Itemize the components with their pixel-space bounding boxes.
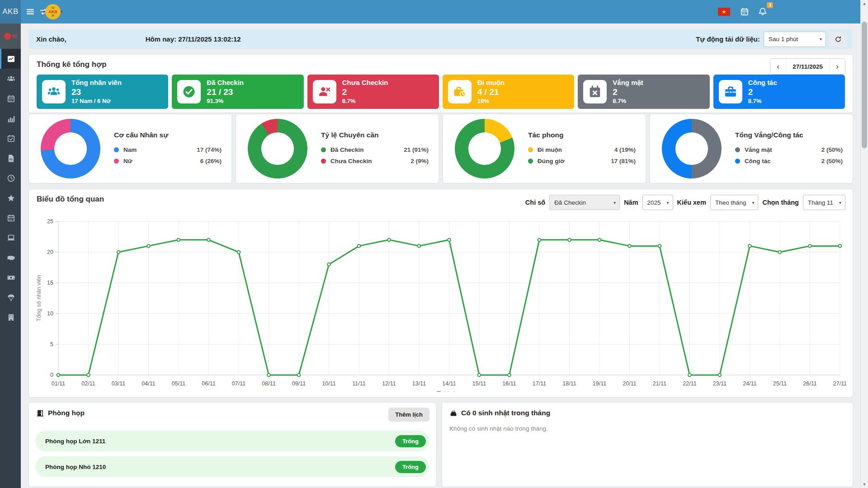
chevron-down-icon: ▾ xyxy=(839,200,841,205)
sidebar-logo-dot xyxy=(4,33,11,40)
legend-dot xyxy=(321,159,326,164)
svg-text:0: 0 xyxy=(50,372,53,378)
svg-text:25: 25 xyxy=(47,218,53,225)
topbar: AKB ◄ O AKB R ► ★ 3 xyxy=(0,0,868,23)
greeting-hello: Xin chào, xyxy=(36,35,66,43)
metric-select[interactable]: Đã Checkin ▾ xyxy=(549,195,620,210)
autoload-select[interactable]: Sau 1 phút ▾ xyxy=(764,32,826,47)
calendar-sb-icon xyxy=(7,94,15,103)
sidebar-item-dashboard[interactable] xyxy=(0,49,21,69)
sidebar-item-documents[interactable] xyxy=(0,148,21,168)
refresh-button[interactable] xyxy=(830,32,847,47)
sidebar-item-approvals[interactable] xyxy=(0,128,21,148)
vertical-scrollbar[interactable]: ▲ ▼ xyxy=(860,0,868,488)
donut-panel-attendance-rate: Tỷ lệ Chuyên cầnĐã Checkin21 (91%)Chưa C… xyxy=(236,114,439,183)
svg-text:16/11: 16/11 xyxy=(502,380,516,387)
sidebar-item-devices[interactable] xyxy=(0,228,21,248)
briefcase-clock-icon xyxy=(453,85,467,99)
scroll-up-arrow[interactable]: ▲ xyxy=(861,0,868,7)
laptop-icon xyxy=(7,234,15,242)
sidebar-item-events[interactable] xyxy=(0,208,21,228)
donut-panel-gender-structure: Cơ cấu Nhân sựNam17 (74%)Nữ6 (26%) xyxy=(28,114,232,183)
sidebar-item-work-calendar[interactable] xyxy=(0,89,21,108)
stat-card-icon-box xyxy=(42,80,66,103)
autoload-label: Tự động tải dữ liệu: xyxy=(696,35,760,43)
sidebar-item-rewards[interactable] xyxy=(0,188,21,208)
stat-card-checked-in: Đã Checkin21 / 2391.3% xyxy=(172,75,303,109)
sidebar-item-benefits[interactable] xyxy=(0,287,21,307)
view-label: Kiểu xem xyxy=(677,199,706,206)
calendar-icon[interactable] xyxy=(738,5,751,19)
vietnam-flag-icon[interactable]: ★ xyxy=(718,8,730,16)
greeting-bar: Xin chào, Hôm nay: 27/11/2025 13:02:12 T… xyxy=(28,29,852,49)
svg-text:27/11: 27/11 xyxy=(833,380,846,387)
stat-card-label: Vắng mặt xyxy=(613,79,643,87)
month-select[interactable]: Tháng 11 ▾ xyxy=(803,195,845,210)
legend-value: 21 (91%) xyxy=(404,146,429,153)
chevron-down-icon: ▾ xyxy=(752,200,754,205)
legend-label: Vắng mặt xyxy=(745,146,772,153)
line-chart: 051015202501/1102/1103/1104/1105/1106/11… xyxy=(35,215,846,392)
stats-panel: Thống kê tổng hợp ‹ 27/11/2025 › Tổng nh… xyxy=(28,54,853,113)
greeting-today: Hôm nay: 27/11/2025 13:02:12 xyxy=(146,35,241,43)
sidebar-item-company[interactable] xyxy=(0,307,21,327)
birthday-cake-icon xyxy=(449,409,458,417)
legend-row: Chưa Checkin2 (9%) xyxy=(321,155,429,167)
bell-icon[interactable]: 3 xyxy=(756,5,769,19)
legend-dot xyxy=(114,147,119,152)
donut-panel-absence-business: Tổng Vắng/Công tácVắng mặt2 (50%)Công tá… xyxy=(650,114,853,183)
scroll-down-arrow[interactable]: ▼ xyxy=(861,481,868,488)
sidebar-item-partners[interactable] xyxy=(0,248,21,267)
stat-card-text: Tổng nhân viên2317 Nam / 6 Nữ xyxy=(71,79,122,105)
calendar-x-icon xyxy=(588,85,602,99)
svg-text:09/11: 09/11 xyxy=(292,380,306,387)
stat-card-sub: 19% xyxy=(477,98,505,105)
meeting-room-row[interactable]: Phòng họp Lớn 1211Trống xyxy=(35,431,429,451)
svg-text:05/11: 05/11 xyxy=(172,380,185,387)
date-next-button[interactable]: › xyxy=(830,59,845,74)
svg-text:24/11: 24/11 xyxy=(743,380,756,387)
users-icon xyxy=(47,85,61,99)
meeting-room-name: Phòng họp Nhỏ 1210 xyxy=(45,464,106,470)
legend-row: Vắng mặt2 (50%) xyxy=(735,144,843,155)
legend-label: Nữ xyxy=(123,158,132,164)
date-picker: ‹ 27/11/2025 › xyxy=(770,58,845,75)
building-icon xyxy=(7,313,15,322)
date-prev-button[interactable]: ‹ xyxy=(770,59,786,74)
svg-text:06/11: 06/11 xyxy=(202,380,215,387)
sidebar-item-statistics[interactable] xyxy=(0,108,21,128)
sidebar-item-timesheet[interactable] xyxy=(0,168,21,188)
hamburger-icon[interactable] xyxy=(24,5,37,19)
stat-card-late: Đi muộn4 / 2119% xyxy=(443,75,574,109)
add-schedule-button[interactable]: Thêm lịch xyxy=(388,408,429,422)
legend-label: Đã Checkin xyxy=(330,146,364,153)
legend-row: Nữ6 (26%) xyxy=(114,155,222,167)
legend-dot xyxy=(735,147,740,152)
stat-card-value: 2 xyxy=(342,87,388,98)
stat-cards-row: Tổng nhân viên2317 Nam / 6 NữĐã Checkin2… xyxy=(37,75,845,109)
stat-card-value: 2 xyxy=(748,87,777,98)
year-select[interactable]: 2025 ▾ xyxy=(642,195,673,210)
meeting-room-list: Phòng họp Lớn 1211TrốngPhòng họp Nhỏ 121… xyxy=(35,431,429,482)
svg-text:22/11: 22/11 xyxy=(683,380,696,387)
svg-text:23/11: 23/11 xyxy=(713,380,726,387)
sidebar-item-payroll[interactable] xyxy=(0,267,21,287)
donut-info: Tác phongĐi muộn4 (19%)Đúng giờ17 (81%) xyxy=(528,131,636,167)
legend-dot xyxy=(735,159,740,164)
view-select[interactable]: Theo tháng ▾ xyxy=(710,195,758,210)
legend-value: 6 (26%) xyxy=(200,158,222,164)
akb-logo-badge[interactable]: ◄ O AKB R ► xyxy=(45,4,61,19)
stat-card-icon-box xyxy=(448,80,472,103)
svg-text:15: 15 xyxy=(47,280,53,286)
stat-card-icon-box xyxy=(583,80,607,103)
svg-text:04/11: 04/11 xyxy=(142,380,155,387)
legend-label: Đúng giờ xyxy=(538,158,565,164)
donut-title: Tỷ lệ Chuyên cần xyxy=(321,131,429,139)
sidebar-item-employees[interactable] xyxy=(0,69,21,89)
month-label: Chọn tháng xyxy=(762,199,799,206)
file-chart-icon xyxy=(7,154,15,163)
date-value[interactable]: 27/11/2025 xyxy=(786,59,830,74)
legend-value: 4 (19%) xyxy=(614,146,636,153)
scrollbar-thumb[interactable] xyxy=(862,22,867,148)
meeting-room-row[interactable]: Phòng họp Nhỏ 1210Trống xyxy=(35,456,429,477)
